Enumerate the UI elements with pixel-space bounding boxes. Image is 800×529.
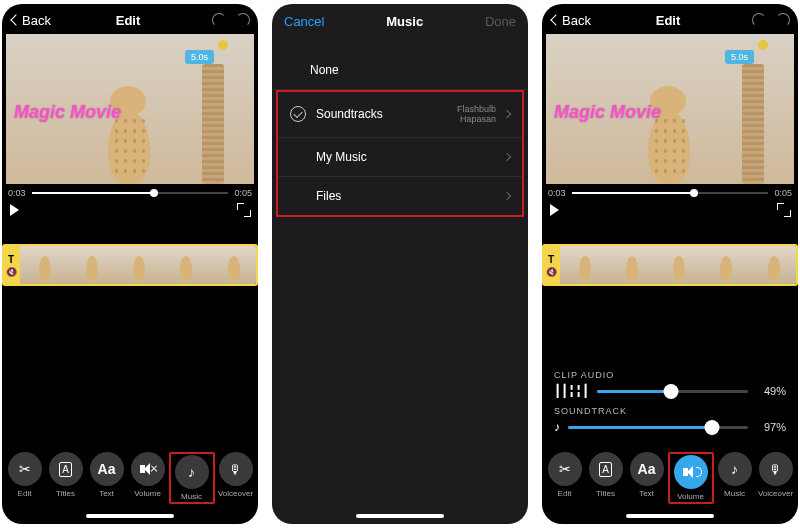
row-files[interactable]: Files <box>278 177 522 215</box>
bottom-toolbar: Edit ATitles AaText Volume Music Voiceov… <box>542 442 798 510</box>
back-button[interactable]: Back <box>6 13 70 28</box>
redo-icon[interactable] <box>236 13 250 27</box>
volume-mute-icon <box>140 463 156 475</box>
titles-icon: A <box>59 462 72 477</box>
screen-title: Edit <box>656 13 681 28</box>
soundtrack-label: SOUNDTRACK <box>554 406 786 416</box>
scissors-icon <box>559 461 571 477</box>
home-indicator[interactable] <box>626 514 714 518</box>
title-badge: T <box>548 254 554 265</box>
chevron-right-icon <box>503 152 511 160</box>
clip-badge: T 🔇 <box>2 244 20 286</box>
chevron-right-icon <box>503 191 511 199</box>
cancel-button[interactable]: Cancel <box>284 14 324 29</box>
back-label: Back <box>22 13 51 28</box>
home-indicator[interactable] <box>86 514 174 518</box>
bottom-toolbar: Edit ATitles AaText Volume Music Voiceov… <box>2 442 258 510</box>
scrub-bar[interactable]: 0:03 0:05 <box>542 186 798 200</box>
mute-badge-icon: 🔇 <box>6 267 17 277</box>
duration-chip: 5.0s <box>185 50 214 64</box>
video-preview[interactable]: 5.0s Magic Movie <box>6 34 254 184</box>
check-icon <box>290 106 306 122</box>
cat-illustration <box>96 74 166 184</box>
row-none[interactable]: None <box>272 51 528 90</box>
back-button[interactable]: Back <box>546 13 610 28</box>
scrub-knob[interactable] <box>690 189 698 197</box>
phone-music-picker: Cancel Music Done None Soundtracks Flash… <box>272 4 528 524</box>
duration-chip: 5.0s <box>725 50 754 64</box>
row-mymusic-label: My Music <box>316 150 367 164</box>
phone-edit-music: Back Edit 5.0s Magic Movie 0:03 0:05 T 🔇 <box>2 4 258 524</box>
clip-timeline[interactable]: T 🔇 <box>2 244 258 286</box>
music-note-icon <box>731 461 738 477</box>
tool-voiceover[interactable]: Voiceover <box>216 452 256 504</box>
redo-icon[interactable] <box>776 13 790 27</box>
expand-icon[interactable] <box>238 204 250 216</box>
mute-badge-icon: 🔇 <box>546 267 557 277</box>
scrub-track[interactable] <box>572 192 769 194</box>
undo-icon[interactable] <box>752 13 766 27</box>
volume-icon <box>683 466 699 478</box>
back-label: Back <box>562 13 591 28</box>
toy-icon <box>218 40 228 50</box>
home-indicator[interactable] <box>356 514 444 518</box>
scissors-icon <box>19 461 31 477</box>
chevron-left-icon <box>10 14 21 25</box>
music-note-icon <box>188 464 195 480</box>
scrub-bar[interactable]: 0:03 0:05 <box>2 186 258 200</box>
clip-audio-label: CLIP AUDIO <box>554 370 786 380</box>
title-overlay: Magic Movie <box>14 102 121 123</box>
tool-edit[interactable]: Edit <box>545 452 585 504</box>
title-badge: T <box>8 254 14 265</box>
time-start: 0:03 <box>548 188 566 198</box>
chevron-left-icon <box>550 14 561 25</box>
music-options: None Soundtracks Flashbulb Hapasan My Mu <box>272 39 528 217</box>
tool-music[interactable]: Music <box>715 452 755 504</box>
time-end: 0:05 <box>234 188 252 198</box>
clip-audio-slider[interactable] <box>597 390 748 393</box>
tool-volume[interactable]: Volume <box>671 455 711 501</box>
picker-topbar: Cancel Music Done <box>272 4 528 39</box>
soundtrack-slider[interactable] <box>568 426 748 429</box>
scrub-knob[interactable] <box>150 189 158 197</box>
row-mymusic[interactable]: My Music <box>278 138 522 177</box>
row-files-label: Files <box>316 189 341 203</box>
row-soundtracks[interactable]: Soundtracks Flashbulb Hapasan <box>278 92 522 138</box>
music-note-icon <box>554 420 560 434</box>
picker-title: Music <box>386 14 423 29</box>
toy-icon <box>758 40 768 50</box>
mic-icon <box>769 461 782 477</box>
expand-icon[interactable] <box>778 204 790 216</box>
video-preview[interactable]: 5.0s Magic Movie <box>546 34 794 184</box>
scratching-post <box>202 64 224 184</box>
tool-music[interactable]: Music <box>172 455 212 501</box>
tool-voiceover[interactable]: Voiceover <box>756 452 796 504</box>
time-end: 0:05 <box>774 188 792 198</box>
undo-icon[interactable] <box>212 13 226 27</box>
tool-edit[interactable]: Edit <box>5 452 45 504</box>
topbar: Back Edit <box>542 4 798 32</box>
topbar: Back Edit <box>2 4 258 32</box>
cat-illustration <box>636 74 706 184</box>
highlight-music: Music <box>169 452 215 504</box>
waveform-icon: ┃┃╏╏┃ <box>554 384 589 398</box>
slider-knob[interactable] <box>663 384 678 399</box>
text-icon: Aa <box>638 461 656 477</box>
slider-knob[interactable] <box>705 420 720 435</box>
tool-titles[interactable]: ATitles <box>586 452 626 504</box>
mic-icon <box>229 461 242 477</box>
tool-text[interactable]: AaText <box>87 452 127 504</box>
title-overlay: Magic Movie <box>554 102 661 123</box>
play-icon[interactable] <box>550 204 559 216</box>
tool-text[interactable]: AaText <box>627 452 667 504</box>
play-icon[interactable] <box>10 204 19 216</box>
highlight-music-sources: Soundtracks Flashbulb Hapasan My Music F… <box>276 90 524 217</box>
done-button[interactable]: Done <box>485 14 516 29</box>
tool-titles[interactable]: ATitles <box>46 452 86 504</box>
scrub-track[interactable] <box>32 192 229 194</box>
tool-volume[interactable]: Volume <box>128 452 168 504</box>
volume-sliders: CLIP AUDIO ┃┃╏╏┃ 49% SOUNDTRACK 97% <box>542 362 798 442</box>
soundtracks-subtitle: Flashbulb Hapasan <box>457 104 496 125</box>
text-icon: Aa <box>98 461 116 477</box>
clip-timeline[interactable]: T 🔇 <box>542 244 798 286</box>
